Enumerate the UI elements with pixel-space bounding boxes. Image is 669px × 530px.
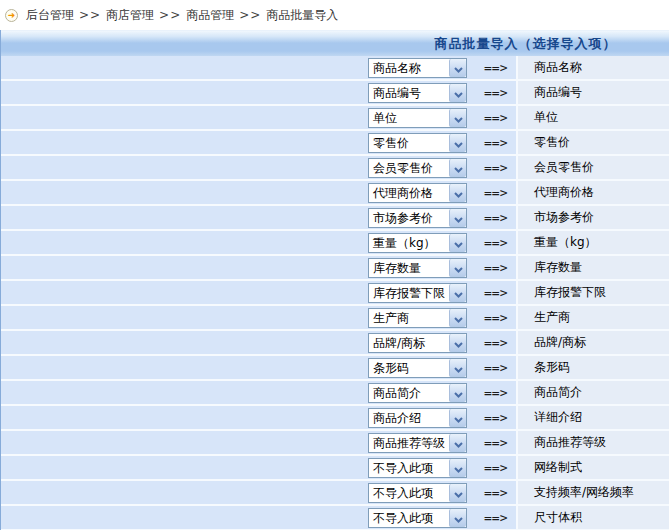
mapping-row: 不导入此项 ==> 网络制式 <box>1 456 669 481</box>
chevron-down-icon <box>454 208 463 227</box>
mapping-row-right: 网络制式 <box>516 456 669 479</box>
mapping-rows: 商品名称 ==> 商品名称 商品编号 <box>1 56 669 530</box>
field-select[interactable]: 库存报警下限 <box>368 283 467 303</box>
mapping-row: 单位 ==> 单位 <box>1 106 669 131</box>
mapping-row-left: 条形码 ==> <box>1 356 516 379</box>
mapping-row: 商品介绍 ==> 详细介绍 <box>1 406 669 431</box>
chevron-down-icon <box>454 83 463 102</box>
field-select[interactable]: 条形码 <box>368 358 467 378</box>
field-select-button[interactable] <box>449 284 466 302</box>
mapping-arrow: ==> <box>484 310 507 325</box>
field-select-value: 不导入此项 <box>369 509 449 527</box>
mapping-row-right: 商品名称 <box>516 56 669 79</box>
field-select-button[interactable] <box>449 509 466 527</box>
mapping-arrow: ==> <box>484 160 507 175</box>
field-select-button[interactable] <box>449 259 466 277</box>
field-select-value: 商品介绍 <box>369 409 449 427</box>
breadcrumb-item[interactable]: 商品批量导入 <box>266 7 338 24</box>
target-field-label: 市场参考价 <box>534 209 594 226</box>
mapping-row-left: 生产商 ==> <box>1 306 516 329</box>
field-select-button[interactable] <box>449 184 466 202</box>
field-select[interactable]: 单位 <box>368 108 467 128</box>
mapping-row-right: 生产商 <box>516 306 669 329</box>
target-field-label: 零售价 <box>534 134 570 151</box>
mapping-row-left: 商品简介 ==> <box>1 381 516 404</box>
field-select-button[interactable] <box>449 234 466 252</box>
target-field-label: 商品简介 <box>534 384 582 401</box>
mapping-arrow: ==> <box>484 260 507 275</box>
field-select-button[interactable] <box>449 309 466 327</box>
field-select[interactable]: 不导入此项 <box>368 508 467 528</box>
field-select[interactable]: 商品名称 <box>368 58 467 78</box>
field-select-button[interactable] <box>449 109 466 127</box>
mapping-row-right: 单位 <box>516 106 669 129</box>
mapping-arrow: ==> <box>484 185 507 200</box>
field-select[interactable]: 会员零售价 <box>368 158 467 178</box>
field-select-button[interactable] <box>449 84 466 102</box>
breadcrumb-item[interactable]: 商品管理 <box>186 7 234 24</box>
field-select-button[interactable] <box>449 359 466 377</box>
field-select-value: 条形码 <box>369 359 449 377</box>
field-select-value: 不导入此项 <box>369 459 449 477</box>
field-select[interactable]: 不导入此项 <box>368 458 467 478</box>
breadcrumb-item[interactable]: 后台管理 <box>26 7 74 24</box>
mapping-row-left: 商品编号 ==> <box>1 81 516 104</box>
field-select-button[interactable] <box>449 384 466 402</box>
mapping-row-right: 商品简介 <box>516 381 669 404</box>
target-field-label: 生产商 <box>534 309 570 326</box>
mapping-arrow: ==> <box>484 85 507 100</box>
field-select-button[interactable] <box>449 134 466 152</box>
field-select-button[interactable] <box>449 484 466 502</box>
mapping-row-left: 品牌/商标 ==> <box>1 331 516 354</box>
mapping-row: 商品推荐等级 ==> 商品推荐等级 <box>1 431 669 456</box>
chevron-down-icon <box>454 283 463 302</box>
field-select-button[interactable] <box>449 159 466 177</box>
breadcrumb-separator: >> <box>159 8 181 22</box>
mapping-row: 零售价 ==> 零售价 <box>1 131 669 156</box>
mapping-arrow: ==> <box>484 285 507 300</box>
chevron-down-icon <box>454 358 463 377</box>
target-field-label: 条形码 <box>534 359 570 376</box>
breadcrumb: ➜ 后台管理>>商店管理>>商品管理>>商品批量导入 <box>0 0 669 30</box>
chevron-down-icon <box>454 233 463 252</box>
mapping-row-right: 商品编号 <box>516 81 669 104</box>
chevron-down-icon <box>454 183 463 202</box>
mapping-row-left: 单位 ==> <box>1 106 516 129</box>
field-select[interactable]: 商品推荐等级 <box>368 433 467 453</box>
mapping-row-right: 零售价 <box>516 131 669 154</box>
field-select[interactable]: 库存数量 <box>368 258 467 278</box>
target-field-label: 单位 <box>534 109 558 126</box>
mapping-row: 商品简介 ==> 商品简介 <box>1 381 669 406</box>
field-select-button[interactable] <box>449 459 466 477</box>
field-select[interactable]: 零售价 <box>368 133 467 153</box>
field-select-value: 不导入此项 <box>369 484 449 502</box>
field-select[interactable]: 品牌/商标 <box>368 333 467 353</box>
field-select[interactable]: 重量（kg） <box>368 233 467 253</box>
field-select-button[interactable] <box>449 334 466 352</box>
chevron-down-icon <box>454 483 463 502</box>
mapping-row-right: 库存报警下限 <box>516 281 669 304</box>
batch-import-page: ➜ 后台管理>>商店管理>>商品管理>>商品批量导入 商品批量导入（选择导入项）… <box>0 0 669 530</box>
field-select[interactable]: 商品简介 <box>368 383 467 403</box>
field-select-button[interactable] <box>449 409 466 427</box>
mapping-row: 商品名称 ==> 商品名称 <box>1 56 669 81</box>
field-select-button[interactable] <box>449 209 466 227</box>
breadcrumb-item[interactable]: 商店管理 <box>106 7 154 24</box>
field-select[interactable]: 代理商价格 <box>368 183 467 203</box>
chevron-down-icon <box>454 58 463 77</box>
field-select[interactable]: 市场参考价 <box>368 208 467 228</box>
field-select-button[interactable] <box>449 59 466 77</box>
mapping-row-left: 不导入此项 ==> <box>1 481 516 504</box>
field-select[interactable]: 不导入此项 <box>368 483 467 503</box>
mapping-arrow: ==> <box>484 385 507 400</box>
section-header: 商品批量导入（选择导入项） <box>1 30 669 56</box>
field-select[interactable]: 商品编号 <box>368 83 467 103</box>
chevron-down-icon <box>454 258 463 277</box>
mapping-row-right: 库存数量 <box>516 256 669 279</box>
mapping-row: 不导入此项 ==> 支持频率/网络频率 <box>1 481 669 506</box>
field-select[interactable]: 商品介绍 <box>368 408 467 428</box>
mapping-row: 不导入此项 ==> 尺寸体积 <box>1 506 669 530</box>
field-select[interactable]: 生产商 <box>368 308 467 328</box>
mapping-arrow: ==> <box>484 510 507 525</box>
field-select-button[interactable] <box>449 434 466 452</box>
